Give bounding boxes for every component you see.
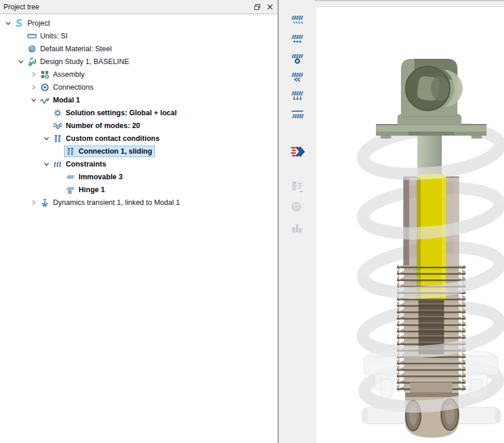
tree-item-hinge-1[interactable]: Hinge 1	[0, 183, 278, 196]
dynamics-icon	[40, 198, 50, 207]
tree-item-dynamics-transient-1-linked-to-modal-1[interactable]: Dynamics transient 1, linked to Modal 1	[0, 196, 278, 209]
chevron-expanded-icon[interactable]	[29, 95, 38, 105]
top-eyelet-mount[interactable]	[397, 59, 463, 126]
tree-item-label: Connections	[53, 83, 94, 91]
app-window: Project tree ProjectUnits: SIDefault Mat…	[0, 0, 504, 443]
tree-item-label: Default Material: Steel	[40, 45, 112, 53]
tree-item-design-study-1-baseline[interactable]: Design Study 1, BASELINE	[0, 55, 278, 68]
column-supports-icon[interactable]	[289, 87, 306, 104]
chevron-empty	[55, 147, 64, 156]
panel-titlebar: Project tree	[0, 0, 278, 14]
project-tree: ProjectUnits: SIDefault Material: SteelD…	[0, 14, 278, 443]
chevron-empty	[55, 185, 64, 194]
tree-item-label: Connection 1, sliding	[79, 147, 152, 155]
tree-item-connections[interactable]: Connections	[0, 81, 278, 94]
tree-item-content[interactable]: Dynamics transient 1, linked to Modal 1	[38, 197, 183, 208]
constraints-icon	[52, 160, 63, 169]
chevron-expanded-icon[interactable]	[16, 57, 26, 66]
tree-item-label: Units: SI	[40, 32, 68, 40]
project-tree-panel: Project tree ProjectUnits: SIDefault Mat…	[0, 0, 279, 443]
tree-item-label: Custom contact conditions	[66, 134, 159, 143]
contact-icon	[65, 147, 76, 156]
constraints-toolbar	[280, 0, 315, 443]
tree-item-content[interactable]: Constraints	[51, 158, 109, 170]
tree-item-constraints[interactable]: Constraints	[0, 158, 278, 171]
tree-item-content[interactable]: Project	[13, 17, 53, 29]
tree-item-project[interactable]: Project	[0, 17, 278, 30]
point-supports-icon[interactable]	[289, 31, 306, 47]
chevron-expanded-icon[interactable]	[42, 134, 51, 143]
tree-item-label: Assembly	[53, 70, 84, 79]
tree-selection-highlight[interactable]: Connection 1, sliding	[64, 146, 155, 157]
tree-item-label: Constraints	[66, 160, 106, 168]
plane-support-icon[interactable]	[289, 107, 306, 123]
material-icon	[27, 44, 37, 54]
tree-item-units-si[interactable]: Units: SI	[0, 30, 278, 42]
immovable-support-icon[interactable]	[289, 12, 306, 28]
tree-item-content[interactable]: Units: SI	[26, 30, 70, 42]
result-legend-icon	[289, 179, 306, 195]
tree-item-assembly[interactable]: Assembly	[0, 68, 278, 81]
tree-item-content[interactable]: Solution settings: Global + local	[51, 107, 180, 119]
tree-item-solution-settings-global-local[interactable]: Solution settings: Global + local	[0, 107, 278, 119]
chevron-empty	[16, 31, 26, 41]
hinge-support-icon[interactable]	[289, 50, 306, 66]
3d-viewport[interactable]	[315, 6, 504, 443]
tree-item-label: Dynamics transient 1, linked to Modal 1	[53, 199, 180, 207]
tree-item-modal-1[interactable]: Modal 1	[0, 94, 278, 107]
tree-item-content[interactable]: Assembly	[38, 69, 87, 80]
chevron-expanded-icon[interactable]	[3, 19, 13, 28]
design-study-icon	[27, 57, 37, 66]
sliding-support-icon[interactable]	[289, 69, 306, 85]
chart-results-icon	[289, 220, 306, 236]
tree-item-number-of-modes-20[interactable]: Number of modes: 20	[0, 119, 278, 132]
chevron-empty	[42, 121, 51, 130]
modes-icon	[52, 121, 63, 130]
tree-item-content[interactable]: Connections	[38, 81, 97, 93]
immovable-icon	[65, 172, 76, 182]
units-ruler-icon	[27, 31, 37, 41]
tree-item-immovable-3[interactable]: Immovable 3	[0, 171, 278, 183]
tree-item-connection-1-sliding[interactable]: Connection 1, sliding	[0, 145, 278, 158]
tree-item-content[interactable]: Design Study 1, BASELINE	[26, 56, 132, 68]
contact-icon	[52, 134, 63, 143]
tree-item-label: Modal 1	[53, 96, 80, 104]
probe-globe-icon	[289, 199, 306, 215]
tree-item-label: Hinge 1	[79, 186, 105, 194]
tree-item-content[interactable]: Custom contact conditions	[51, 133, 162, 144]
gear-icon	[52, 108, 63, 118]
tree-item-default-material-steel[interactable]: Default Material: Steel	[0, 42, 278, 55]
tree-item-label: Solution settings: Global + local	[66, 109, 177, 117]
assembly-icon	[40, 70, 50, 79]
chevron-collapsed-icon[interactable]	[29, 83, 38, 92]
tree-item-custom-contact-conditions[interactable]: Custom contact conditions	[0, 132, 278, 145]
tree-item-content[interactable]: Hinge 1	[64, 184, 108, 196]
tree-item-content[interactable]: Immovable 3	[64, 171, 126, 183]
tree-item-label: Design Study 1, BASELINE	[40, 58, 129, 66]
chevron-empty	[16, 44, 26, 54]
tree-item-label: Immovable 3	[79, 173, 123, 181]
solve-run-icon[interactable]	[289, 144, 306, 160]
chevron-empty	[42, 108, 51, 118]
close-icon[interactable]	[265, 2, 275, 12]
chevron-empty	[55, 172, 64, 182]
modal-icon	[40, 95, 50, 105]
tree-item-label: Number of modes: 20	[66, 122, 140, 130]
chevron-collapsed-icon[interactable]	[29, 70, 38, 79]
tree-item-content[interactable]: Number of modes: 20	[51, 120, 143, 132]
chevron-collapsed-icon[interactable]	[29, 198, 38, 207]
panel-title: Project tree	[0, 3, 252, 11]
hinge-icon	[65, 185, 76, 194]
project-logo-icon	[14, 19, 24, 28]
tree-item-content[interactable]: Modal 1	[38, 94, 83, 106]
tree-item-content[interactable]: Default Material: Steel	[26, 43, 115, 55]
float-window-icon[interactable]	[252, 2, 262, 12]
tree-item-label: Project	[27, 19, 50, 27]
connections-icon	[40, 83, 50, 92]
chevron-expanded-icon[interactable]	[42, 160, 51, 169]
